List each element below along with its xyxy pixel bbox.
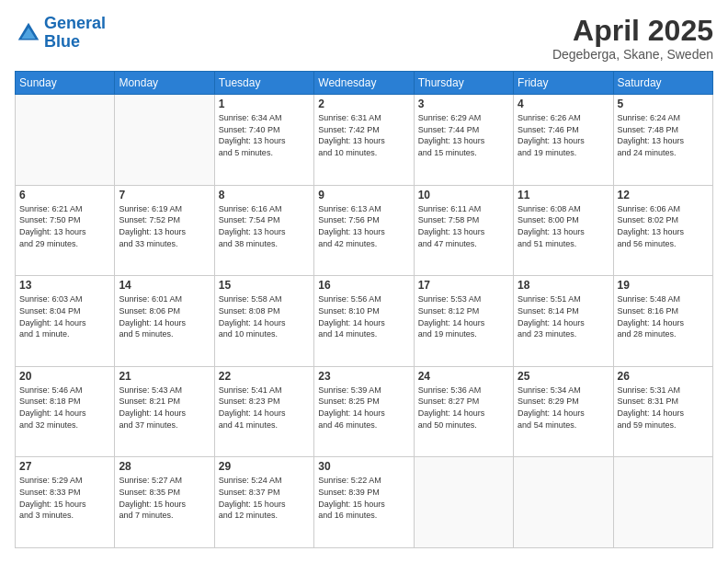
calendar-day-cell: [514, 457, 613, 548]
weekday-header: Saturday: [613, 72, 712, 95]
day-info: Sunrise: 6:08 AMSunset: 8:00 PMDaylight:…: [518, 203, 609, 249]
month-title: April 2025: [552, 15, 713, 47]
day-info: Sunrise: 6:06 AMSunset: 8:02 PMDaylight:…: [618, 203, 709, 249]
day-number: 3: [418, 98, 509, 110]
day-info: Sunrise: 6:21 AMSunset: 7:50 PMDaylight:…: [19, 203, 110, 249]
day-number: 10: [418, 189, 509, 201]
day-number: 5: [618, 98, 709, 110]
calendar-day-cell: 14Sunrise: 6:01 AMSunset: 8:06 PMDayligh…: [115, 276, 214, 367]
day-info: Sunrise: 5:31 AMSunset: 8:31 PMDaylight:…: [618, 385, 709, 431]
day-info: Sunrise: 5:46 AMSunset: 8:18 PMDaylight:…: [19, 385, 110, 431]
weekday-header: Thursday: [414, 72, 513, 95]
calendar-day-cell: 13Sunrise: 6:03 AMSunset: 8:04 PMDayligh…: [16, 276, 115, 367]
day-info: Sunrise: 6:19 AMSunset: 7:52 PMDaylight:…: [119, 203, 210, 249]
day-number: 4: [518, 98, 609, 110]
calendar-day-cell: 22Sunrise: 5:41 AMSunset: 8:23 PMDayligh…: [214, 366, 313, 457]
calendar-day-cell: 12Sunrise: 6:06 AMSunset: 8:02 PMDayligh…: [613, 185, 712, 276]
calendar-day-cell: 10Sunrise: 6:11 AMSunset: 7:58 PMDayligh…: [414, 185, 513, 276]
day-info: Sunrise: 5:43 AMSunset: 8:21 PMDaylight:…: [119, 385, 210, 431]
logo-text: General Blue: [44, 15, 106, 52]
location: Degeberga, Skane, Sweden: [552, 47, 713, 62]
weekday-header: Tuesday: [214, 72, 313, 95]
day-number: 21: [119, 370, 210, 383]
calendar-day-cell: 6Sunrise: 6:21 AMSunset: 7:50 PMDaylight…: [16, 185, 115, 276]
calendar-day-cell: 5Sunrise: 6:24 AMSunset: 7:48 PMDaylight…: [613, 95, 712, 186]
day-info: Sunrise: 5:51 AMSunset: 8:14 PMDaylight:…: [518, 293, 609, 339]
header: General Blue April 2025 Degeberga, Skane…: [15, 15, 713, 62]
calendar-header-row: SundayMondayTuesdayWednesdayThursdayFrid…: [16, 72, 713, 95]
day-info: Sunrise: 6:13 AMSunset: 7:56 PMDaylight:…: [318, 203, 409, 249]
calendar-day-cell: 19Sunrise: 5:48 AMSunset: 8:16 PMDayligh…: [613, 276, 712, 367]
day-number: 8: [219, 189, 310, 201]
day-number: 23: [318, 370, 409, 383]
day-number: 20: [19, 370, 110, 383]
calendar-day-cell: 20Sunrise: 5:46 AMSunset: 8:18 PMDayligh…: [16, 366, 115, 457]
calendar-day-cell: 21Sunrise: 5:43 AMSunset: 8:21 PMDayligh…: [115, 366, 214, 457]
calendar-day-cell: 3Sunrise: 6:29 AMSunset: 7:44 PMDaylight…: [414, 95, 513, 186]
logo: General Blue: [15, 15, 106, 52]
weekday-header: Wednesday: [314, 72, 414, 95]
day-number: 1: [219, 98, 310, 110]
calendar-day-cell: [414, 457, 513, 548]
calendar-day-cell: 23Sunrise: 5:39 AMSunset: 8:25 PMDayligh…: [314, 366, 414, 457]
day-info: Sunrise: 5:56 AMSunset: 8:10 PMDaylight:…: [318, 293, 409, 339]
day-number: 22: [219, 370, 310, 383]
logo-line2: Blue: [44, 32, 80, 51]
day-info: Sunrise: 5:39 AMSunset: 8:25 PMDaylight:…: [318, 385, 409, 431]
calendar-week-row: 20Sunrise: 5:46 AMSunset: 8:18 PMDayligh…: [16, 366, 713, 457]
calendar-day-cell: 29Sunrise: 5:24 AMSunset: 8:37 PMDayligh…: [214, 457, 313, 548]
day-info: Sunrise: 5:34 AMSunset: 8:29 PMDaylight:…: [518, 385, 609, 431]
weekday-header: Monday: [115, 72, 214, 95]
title-section: April 2025 Degeberga, Skane, Sweden: [552, 15, 713, 62]
day-number: 6: [19, 189, 110, 201]
calendar-day-cell: 2Sunrise: 6:31 AMSunset: 7:42 PMDaylight…: [314, 95, 414, 186]
day-number: 17: [418, 279, 509, 292]
day-number: 26: [618, 370, 709, 383]
day-info: Sunrise: 6:34 AMSunset: 7:40 PMDaylight:…: [219, 112, 310, 158]
day-number: 27: [19, 460, 110, 473]
day-number: 29: [219, 460, 310, 473]
calendar-week-row: 6Sunrise: 6:21 AMSunset: 7:50 PMDaylight…: [16, 185, 713, 276]
calendar-week-row: 13Sunrise: 6:03 AMSunset: 8:04 PMDayligh…: [16, 276, 713, 367]
calendar-day-cell: 30Sunrise: 5:22 AMSunset: 8:39 PMDayligh…: [314, 457, 414, 548]
day-number: 16: [318, 279, 409, 292]
day-info: Sunrise: 5:27 AMSunset: 8:35 PMDaylight:…: [119, 475, 210, 521]
day-number: 7: [119, 189, 210, 201]
calendar-day-cell: 18Sunrise: 5:51 AMSunset: 8:14 PMDayligh…: [514, 276, 613, 367]
day-info: Sunrise: 5:24 AMSunset: 8:37 PMDaylight:…: [219, 475, 310, 521]
day-number: 25: [518, 370, 609, 383]
calendar-day-cell: 24Sunrise: 5:36 AMSunset: 8:27 PMDayligh…: [414, 366, 513, 457]
calendar-day-cell: 4Sunrise: 6:26 AMSunset: 7:46 PMDaylight…: [514, 95, 613, 186]
calendar-day-cell: 16Sunrise: 5:56 AMSunset: 8:10 PMDayligh…: [314, 276, 414, 367]
day-number: 24: [418, 370, 509, 383]
day-info: Sunrise: 6:31 AMSunset: 7:42 PMDaylight:…: [318, 112, 409, 158]
day-info: Sunrise: 5:41 AMSunset: 8:23 PMDaylight:…: [219, 385, 310, 431]
calendar-day-cell: 27Sunrise: 5:29 AMSunset: 8:33 PMDayligh…: [16, 457, 115, 548]
day-number: 2: [318, 98, 409, 110]
calendar-day-cell: 11Sunrise: 6:08 AMSunset: 8:00 PMDayligh…: [514, 185, 613, 276]
day-info: Sunrise: 6:01 AMSunset: 8:06 PMDaylight:…: [119, 293, 210, 339]
calendar-day-cell: 28Sunrise: 5:27 AMSunset: 8:35 PMDayligh…: [115, 457, 214, 548]
day-info: Sunrise: 5:48 AMSunset: 8:16 PMDaylight:…: [618, 293, 709, 339]
day-info: Sunrise: 6:16 AMSunset: 7:54 PMDaylight:…: [219, 203, 310, 249]
calendar-table: SundayMondayTuesdayWednesdayThursdayFrid…: [15, 71, 713, 548]
calendar-day-cell: [115, 95, 214, 186]
day-info: Sunrise: 5:22 AMSunset: 8:39 PMDaylight:…: [318, 475, 409, 521]
day-number: 18: [518, 279, 609, 292]
day-number: 13: [19, 279, 110, 292]
calendar-day-cell: 15Sunrise: 5:58 AMSunset: 8:08 PMDayligh…: [214, 276, 313, 367]
day-number: 30: [318, 460, 409, 473]
day-info: Sunrise: 5:53 AMSunset: 8:12 PMDaylight:…: [418, 293, 509, 339]
page: General Blue April 2025 Degeberga, Skane…: [0, 0, 728, 563]
calendar-day-cell: 7Sunrise: 6:19 AMSunset: 7:52 PMDaylight…: [115, 185, 214, 276]
calendar-day-cell: 1Sunrise: 6:34 AMSunset: 7:40 PMDaylight…: [214, 95, 313, 186]
day-number: 28: [119, 460, 210, 473]
day-number: 12: [618, 189, 709, 201]
weekday-header: Sunday: [16, 72, 115, 95]
day-number: 9: [318, 189, 409, 201]
calendar-day-cell: 8Sunrise: 6:16 AMSunset: 7:54 PMDaylight…: [214, 185, 313, 276]
calendar-day-cell: [16, 95, 115, 186]
calendar-day-cell: [613, 457, 712, 548]
day-info: Sunrise: 5:58 AMSunset: 8:08 PMDaylight:…: [219, 293, 310, 339]
day-number: 14: [119, 279, 210, 292]
